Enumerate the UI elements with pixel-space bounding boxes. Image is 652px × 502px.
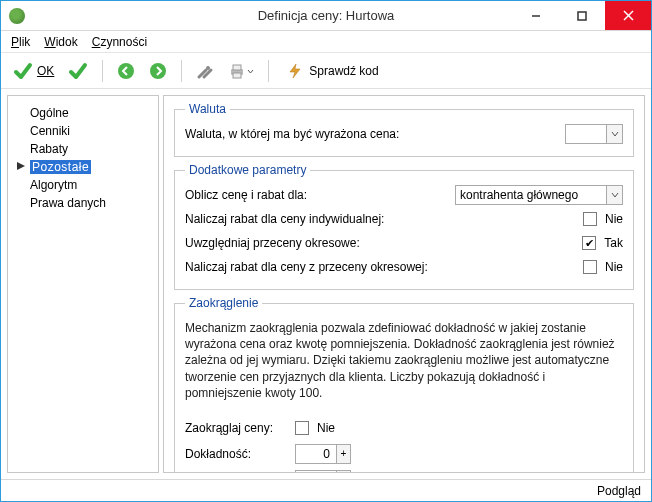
currency-label: Waluta, w której ma być wyrażona cena: xyxy=(185,127,565,141)
svg-point-5 xyxy=(150,63,166,79)
rounding-group: Zaokrąglenie Mechanizm zaokrąglenia pozw… xyxy=(174,296,634,473)
calc-combo[interactable]: kontrahenta głównego xyxy=(455,185,623,205)
title-bar: Definicja ceny: Hurtowa xyxy=(1,1,651,31)
ind-label: Naliczaj rabat dla ceny indywidualnej: xyxy=(185,212,583,226)
round-checkbox[interactable]: Nie xyxy=(295,418,335,438)
okr-rabat-value: Nie xyxy=(605,260,623,274)
chevron-down-icon xyxy=(606,125,622,143)
ok-button[interactable]: OK xyxy=(9,58,58,84)
nav-item-pozostale[interactable]: Pozostałe xyxy=(12,158,154,176)
checkbox-unchecked-icon xyxy=(583,260,597,274)
arrow-right-icon xyxy=(16,161,26,171)
check-green-icon xyxy=(13,61,33,81)
check-green-icon xyxy=(68,61,88,81)
menu-czynnosci[interactable]: Czynności xyxy=(92,35,147,49)
nav-item-prawa-danych[interactable]: Prawa danych xyxy=(12,194,154,212)
nav-item-algorytm[interactable]: Algorytm xyxy=(12,176,154,194)
nav-tree: Ogólne Cenniki Rabaty Pozostałe Algorytm… xyxy=(7,95,159,473)
menu-plik[interactable]: Plik xyxy=(11,35,30,49)
reduce-spinner[interactable]: 0 + xyxy=(295,470,351,473)
check-code-button[interactable]: Sprawdź kod xyxy=(279,58,386,84)
menu-bar: Plik Widok Czynności xyxy=(1,31,651,53)
round-value: Nie xyxy=(317,421,335,435)
printer-icon xyxy=(228,62,246,80)
arrow-right-circle-icon xyxy=(149,62,167,80)
rounding-desc: Mechanizm zaokrąglenia pozwala zdefiniow… xyxy=(185,320,623,401)
toolbar: OK Sprawdź kod xyxy=(1,53,651,89)
forward-button[interactable] xyxy=(145,58,171,84)
chevron-down-icon xyxy=(247,62,254,80)
details-panel: Waluta Waluta, w której ma być wyrażona … xyxy=(163,95,645,473)
print-button[interactable] xyxy=(224,58,258,84)
calc-value: kontrahenta głównego xyxy=(456,188,606,202)
svg-marker-13 xyxy=(17,162,25,170)
close-button[interactable] xyxy=(605,1,651,30)
tools-button[interactable] xyxy=(192,58,218,84)
separator xyxy=(268,60,269,82)
app-icon xyxy=(9,8,25,24)
back-button[interactable] xyxy=(113,58,139,84)
okr-rabat-checkbox[interactable]: Nie xyxy=(583,257,623,277)
svg-rect-10 xyxy=(233,65,241,70)
currency-group: Waluta Waluta, w której ma być wyrażona … xyxy=(174,102,634,157)
menu-widok[interactable]: Widok xyxy=(44,35,77,49)
okr-label: Uwzględniaj przeceny okresowe: xyxy=(185,236,582,250)
precision-value: 0 xyxy=(296,445,336,463)
nav-item-ogolne[interactable]: Ogólne xyxy=(12,104,154,122)
svg-rect-11 xyxy=(233,73,241,78)
ind-value: Nie xyxy=(605,212,623,226)
calc-label: Oblicz cenę i rabat dla: xyxy=(185,188,455,202)
apply-button[interactable] xyxy=(64,58,92,84)
arrow-left-circle-icon xyxy=(117,62,135,80)
currency-combo[interactable] xyxy=(565,124,623,144)
okr-rabat-label: Naliczaj rabat dla ceny z przeceny okres… xyxy=(185,260,583,274)
checkbox-checked-icon: ✔ xyxy=(582,236,596,250)
svg-marker-12 xyxy=(290,64,300,78)
precision-spinner[interactable]: 0 + xyxy=(295,444,351,464)
reduce-value: 0 xyxy=(296,471,336,473)
plus-icon: + xyxy=(336,471,350,473)
chevron-down-icon xyxy=(606,186,622,204)
tools-icon xyxy=(196,62,214,80)
precision-label: Dokładność: xyxy=(185,447,295,461)
okr-checkbox[interactable]: ✔ Tak xyxy=(582,233,623,253)
ok-label: OK xyxy=(37,64,54,78)
currency-legend: Waluta xyxy=(185,102,230,116)
ind-checkbox[interactable]: Nie xyxy=(583,209,623,229)
svg-rect-1 xyxy=(578,12,586,20)
lightning-icon xyxy=(287,63,303,79)
check-code-label: Sprawdź kod xyxy=(309,64,378,78)
checkbox-unchecked-icon xyxy=(295,421,309,435)
status-bar: Podgląd xyxy=(1,479,651,501)
svg-point-4 xyxy=(118,63,134,79)
plus-icon: + xyxy=(336,445,350,463)
nav-item-rabaty[interactable]: Rabaty xyxy=(12,140,154,158)
nav-item-cenniki[interactable]: Cenniki xyxy=(12,122,154,140)
window-controls xyxy=(513,1,651,30)
status-preview[interactable]: Podgląd xyxy=(597,484,641,498)
okr-value: Tak xyxy=(604,236,623,250)
rounding-legend: Zaokrąglenie xyxy=(185,296,262,310)
params-legend: Dodatkowe parametry xyxy=(185,163,310,177)
checkbox-unchecked-icon xyxy=(583,212,597,226)
separator xyxy=(181,60,182,82)
separator xyxy=(102,60,103,82)
round-label: Zaokrąglaj ceny: xyxy=(185,421,295,435)
maximize-button[interactable] xyxy=(559,1,605,30)
content-area: Ogólne Cenniki Rabaty Pozostałe Algorytm… xyxy=(1,89,651,479)
params-group: Dodatkowe parametry Oblicz cenę i rabat … xyxy=(174,163,634,290)
svg-point-8 xyxy=(206,66,210,70)
minimize-button[interactable] xyxy=(513,1,559,30)
